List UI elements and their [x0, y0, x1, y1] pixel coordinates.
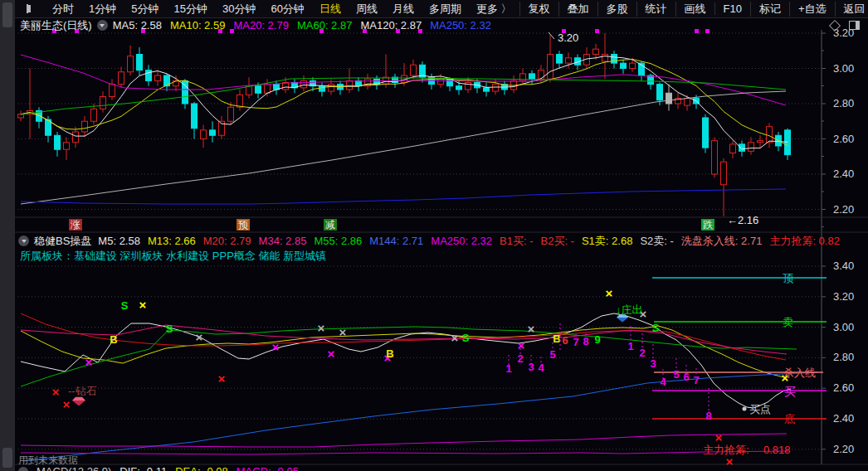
- toolbar-buttons: 复权叠加多股统计画线F10标记+自选返回: [519, 2, 868, 17]
- macd-field-0: MACD(12,26,9): [37, 465, 111, 471]
- period-tab-1[interactable]: 1分钟: [81, 2, 124, 17]
- ma10-line: [21, 59, 788, 145]
- svg-text:2.80: 2.80: [833, 351, 854, 363]
- svg-text:3.20: 3.20: [833, 290, 854, 303]
- annotation-text: 买点: [749, 403, 771, 415]
- signal-letter: 6: [683, 371, 689, 383]
- annotation-text: --钻石: [68, 385, 97, 397]
- period-tab-10[interactable]: 更多 〉: [469, 2, 519, 17]
- signal-badge-0: 涨: [69, 219, 82, 231]
- indicator-name[interactable]: 稳健BS操盘: [34, 234, 91, 249]
- ma-field-1: MA10: 2.59: [170, 19, 226, 32]
- bs-field-8: B2买: -: [540, 235, 573, 247]
- bs-field-12: 主力抢筹: 0.82: [769, 235, 840, 247]
- signal-letter: B: [110, 333, 117, 346]
- lower-indicator-lines: [21, 278, 827, 461]
- sidebar-handle-top[interactable]: [2, 2, 12, 27]
- period-tab-0[interactable]: 分时: [45, 2, 81, 17]
- period-tab-5[interactable]: 60分钟: [263, 2, 311, 17]
- bs-field-2: M20: 2.79: [203, 235, 251, 247]
- bs-indicator-header: 稳健BS操盘 M5: 2.58M13: 2.66M20: 2.79M34: 2.…: [15, 233, 868, 249]
- signal-letter: 6: [562, 334, 568, 347]
- period-tab-9[interactable]: 多周期: [422, 2, 469, 17]
- stock-title[interactable]: 美丽生态(日线): [20, 18, 92, 33]
- red-x-marker: ×: [52, 385, 60, 399]
- ma5-line: [21, 56, 788, 149]
- signal-letter: 1: [627, 340, 633, 352]
- gem-icon: [72, 401, 85, 405]
- svg-text:3.40: 3.40: [833, 260, 854, 272]
- toolbar-button-4[interactable]: 画线: [675, 2, 714, 17]
- bs-field-4: M55: 2.86: [314, 235, 362, 247]
- signal-white: [21, 313, 791, 408]
- left-sidebar-strip[interactable]: [0, 0, 15, 471]
- period-tab-7[interactable]: 周线: [349, 2, 385, 17]
- stock-chart-app: 3.203.002.802.602.402.203.403.203.002.80…: [0, 0, 868, 471]
- red-x-marker: ×: [218, 371, 226, 386]
- svg-text:2.40: 2.40: [833, 412, 854, 425]
- signal-letter: 3: [650, 357, 656, 370]
- period-tab-4[interactable]: 30分钟: [215, 2, 263, 17]
- ma-red: [21, 313, 786, 360]
- annotation-text: 卖: [783, 316, 793, 328]
- sidebar-handle-bottom[interactable]: [2, 448, 12, 468]
- ma60-line: [21, 78, 786, 114]
- macd-values: MACD(12,26,9)DIF: -0.11DEA: -0.08MACD: -…: [37, 465, 307, 471]
- toolbar-button-8[interactable]: 返回: [835, 2, 868, 17]
- signal-letter: 2: [639, 347, 645, 359]
- signal-letter: S: [166, 323, 173, 335]
- sector-list[interactable]: 所属板块：基础建设 深圳板块 水利建设 PPP概念 储能 新型城镇: [20, 249, 326, 264]
- chevron-down-icon[interactable]: [18, 467, 28, 471]
- window-layout-icon[interactable]: [27, 4, 28, 13]
- toolbar-button-5[interactable]: F10: [714, 2, 750, 15]
- bs-field-1: M13: 2.66: [148, 235, 196, 247]
- annotation-text: 0.818: [763, 444, 791, 456]
- macd-field-1: DIF: -0.11: [119, 465, 167, 471]
- signal-letter: 2: [517, 352, 523, 365]
- period-tab-6[interactable]: 日线: [312, 2, 349, 17]
- ma-field-0: MA5: 2.58: [113, 19, 162, 32]
- signal-letter: 8: [705, 410, 711, 422]
- ma-yellow: [21, 326, 784, 377]
- toolbar-button-3[interactable]: 统计: [636, 2, 675, 17]
- period-tab-2[interactable]: 5分钟: [124, 2, 166, 17]
- period-tab-3[interactable]: 15分钟: [166, 2, 214, 17]
- bs-field-0: M5: 2.58: [98, 235, 140, 247]
- chevron-down-icon[interactable]: [18, 236, 29, 246]
- annotation-text: ↓庄出: [616, 303, 643, 316]
- svg-text:2.20: 2.20: [833, 203, 854, 216]
- ma20-line: [21, 55, 786, 105]
- yellow-x-marker: ×: [782, 371, 789, 385]
- split-panel-icon[interactable]: [849, 21, 860, 30]
- svg-text:2.60: 2.60: [833, 133, 854, 145]
- toolbar-button-2[interactable]: 多股: [597, 2, 636, 17]
- diamond-marker-icon[interactable]: [829, 19, 841, 31]
- red-x-marker: ×: [63, 397, 71, 411]
- gray-x-marker: ×: [451, 331, 459, 345]
- main-chart-header: 美丽生态(日线) MA5: 2.58MA10: 2.59MA20: 2.79MA…: [15, 17, 868, 33]
- bs-values: M5: 2.58M13: 2.66M20: 2.79M34: 2.85M55: …: [98, 234, 847, 249]
- bs-field-3: M34: 2.85: [259, 235, 307, 247]
- chevron-down-icon[interactable]: [97, 20, 108, 31]
- buy-point-dot: [743, 407, 747, 411]
- gem-icon: [72, 397, 85, 401]
- toolbar-button-6[interactable]: 标记: [750, 2, 789, 17]
- signal-badge-2: 减: [324, 219, 337, 231]
- period-tab-8[interactable]: 月线: [385, 2, 422, 17]
- toolbar-button-0[interactable]: 复权: [519, 2, 558, 17]
- signal-letter: 9: [594, 333, 600, 346]
- annotation-text: 主力抢筹:: [703, 444, 749, 456]
- ma-field-5: MA250: 2.32: [430, 19, 491, 32]
- annotation-text: 顶: [783, 272, 794, 284]
- svg-text:3.00: 3.00: [833, 321, 854, 333]
- bottom-magenta-2: [21, 451, 788, 454]
- toolbar-button-7[interactable]: +自选: [789, 2, 835, 17]
- ma-field-2: MA20: 2.79: [233, 19, 289, 32]
- svg-text:2.40: 2.40: [833, 168, 854, 180]
- signal-letter: 4: [660, 376, 666, 388]
- signal-letter: B: [386, 347, 393, 360]
- trend-blue: [23, 372, 817, 461]
- toolbar-button-1[interactable]: 叠加: [558, 2, 597, 17]
- signal-letter: S: [462, 332, 470, 344]
- svg-text:3.00: 3.00: [833, 62, 854, 75]
